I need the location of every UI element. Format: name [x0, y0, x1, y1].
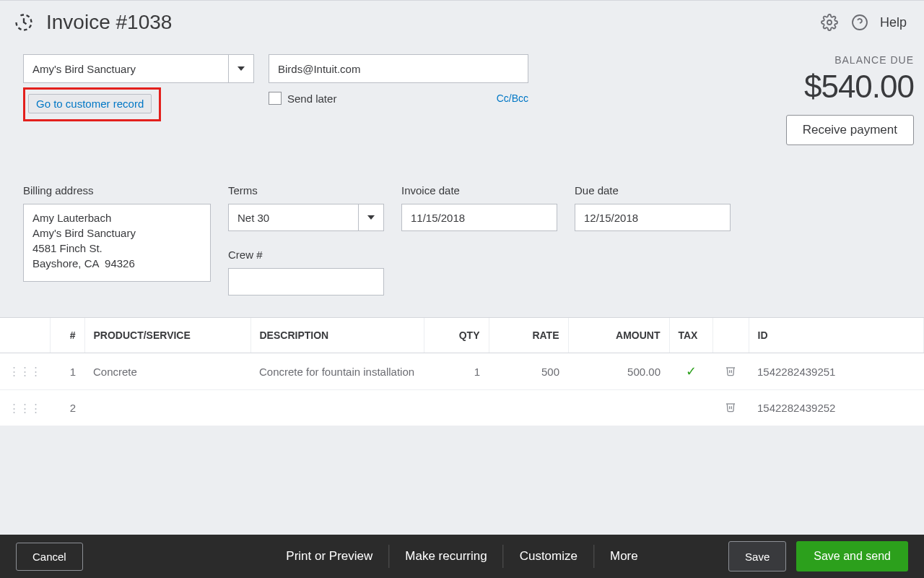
history-icon[interactable] [13, 12, 35, 33]
line-id: 1542282439252 [749, 390, 924, 426]
drag-handle-icon[interactable]: ⋮⋮⋮ [0, 390, 50, 426]
col-desc: DESCRIPTION [250, 318, 424, 353]
line-id: 1542282439251 [749, 353, 924, 390]
balance-due-label: BALANCE DUE [786, 54, 914, 66]
line-amount[interactable] [568, 390, 669, 426]
line-tax-check[interactable]: ✓ [669, 353, 712, 390]
billing-address-label: Billing address [23, 184, 211, 197]
svg-point-0 [827, 20, 832, 25]
svg-point-1 [853, 15, 867, 30]
highlight-annotation: Go to customer record [23, 87, 161, 121]
line-rate[interactable]: 500 [489, 353, 568, 390]
gear-icon[interactable] [819, 12, 840, 33]
send-later-checkbox[interactable] [269, 92, 282, 105]
cc-bcc-link[interactable]: Cc/Bcc [497, 92, 528, 104]
terms-label: Terms [228, 184, 384, 197]
footer-bar: Cancel Print or Preview Make recurring C… [0, 535, 924, 578]
make-recurring-button[interactable]: Make recurring [389, 545, 503, 568]
customer-email-input[interactable] [269, 54, 528, 83]
save-and-send-button[interactable]: Save and send [796, 541, 908, 571]
line-qty[interactable] [424, 390, 489, 426]
due-date-input[interactable] [575, 204, 731, 231]
col-num: # [50, 318, 84, 353]
line-qty[interactable]: 1 [424, 353, 489, 390]
drag-handle-icon[interactable]: ⋮⋮⋮ [0, 353, 50, 390]
goto-customer-button[interactable]: Go to customer record [28, 94, 152, 113]
col-qty: QTY [424, 318, 489, 353]
send-later-option[interactable]: Send later [269, 92, 336, 105]
table-row[interactable]: ⋮⋮⋮21542282439252 [0, 390, 924, 426]
line-product[interactable] [84, 390, 250, 426]
page-header: Invoice #1038 Help [0, 0, 924, 41]
line-amount[interactable]: 500.00 [568, 353, 669, 390]
line-rate[interactable] [489, 390, 568, 426]
svg-marker-4 [367, 215, 375, 220]
svg-marker-3 [237, 66, 245, 71]
delete-line-icon[interactable] [712, 353, 749, 390]
page-title: Invoice #1038 [46, 11, 819, 34]
line-description[interactable] [250, 390, 424, 426]
col-amount: AMOUNT [568, 318, 669, 353]
help-label[interactable]: Help [880, 15, 907, 30]
form-area: Go to customer record Send later Cc/Bcc … [0, 41, 924, 317]
print-preview-button[interactable]: Print or Preview [270, 545, 389, 568]
send-later-label: Send later [287, 92, 336, 105]
billing-address-input[interactable] [23, 204, 211, 282]
crew-input[interactable] [228, 268, 384, 296]
line-num: 1 [50, 353, 84, 390]
invoice-date-label: Invoice date [401, 184, 557, 197]
cancel-button[interactable]: Cancel [16, 543, 83, 571]
terms-select[interactable] [228, 204, 358, 231]
invoice-date-input[interactable] [401, 204, 557, 231]
line-tax-check[interactable] [669, 390, 712, 426]
line-description[interactable]: Concrete for fountain installation [250, 353, 424, 390]
crew-label: Crew # [228, 249, 384, 261]
customer-dropdown-toggle[interactable] [228, 54, 254, 83]
save-button[interactable]: Save [728, 541, 786, 571]
balance-due-amount: $540.00 [786, 69, 914, 105]
line-num: 2 [50, 390, 84, 426]
line-product[interactable]: Concrete [84, 353, 250, 390]
line-items-table: # PRODUCT/SERVICE DESCRIPTION QTY RATE A… [0, 318, 924, 426]
receive-payment-button[interactable]: Receive payment [786, 115, 914, 145]
col-tax: TAX [669, 318, 712, 353]
line-items-section: # PRODUCT/SERVICE DESCRIPTION QTY RATE A… [0, 317, 924, 426]
col-rate: RATE [489, 318, 568, 353]
customize-button[interactable]: Customize [504, 545, 594, 568]
terms-dropdown-toggle[interactable] [358, 204, 384, 231]
table-row[interactable]: ⋮⋮⋮1ConcreteConcrete for fountain instal… [0, 353, 924, 390]
due-date-label: Due date [575, 184, 731, 197]
col-id: ID [749, 318, 924, 353]
delete-line-icon[interactable] [712, 390, 749, 426]
customer-select[interactable] [23, 54, 228, 83]
col-product: PRODUCT/SERVICE [84, 318, 250, 353]
help-icon[interactable] [850, 12, 870, 33]
more-button[interactable]: More [594, 545, 654, 568]
